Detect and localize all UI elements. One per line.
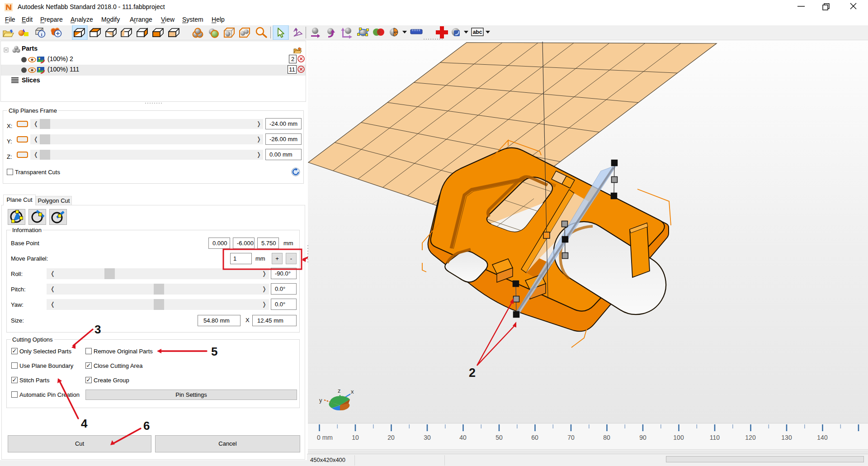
svg-text:z: z [338, 387, 341, 394]
svg-text:90: 90 [639, 434, 646, 441]
svg-text:80: 80 [603, 434, 610, 441]
svg-text:50: 50 [495, 434, 503, 441]
svg-text:110: 110 [710, 434, 720, 441]
svg-text:20: 20 [387, 434, 395, 441]
svg-text:100: 100 [673, 434, 684, 441]
svg-text:0 mm: 0 mm [317, 434, 333, 441]
svg-text:y: y [319, 397, 322, 404]
svg-text:i: i [41, 32, 42, 37]
svg-text:140: 140 [817, 434, 828, 441]
svg-text:10: 10 [352, 434, 359, 441]
svg-text:abc: abc [473, 29, 482, 35]
svg-text:130: 130 [781, 434, 792, 441]
svg-text:60: 60 [531, 434, 538, 441]
svg-text:30: 30 [424, 434, 431, 441]
svg-text:120: 120 [745, 434, 756, 441]
svg-text:2: 2 [469, 366, 476, 380]
svg-text:70: 70 [567, 434, 575, 441]
svg-text:40: 40 [459, 434, 467, 441]
svg-text:x: x [351, 388, 354, 395]
